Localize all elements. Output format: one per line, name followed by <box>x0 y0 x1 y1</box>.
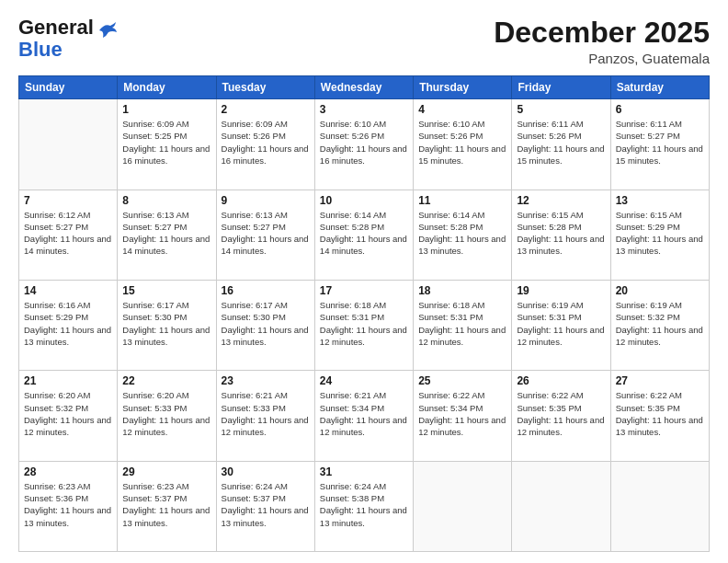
day-number: 6 <box>616 103 704 116</box>
day-info: Sunrise: 6:19 AM Sunset: 5:31 PM Dayligh… <box>517 299 605 348</box>
table-row: 1 Sunrise: 6:09 AM Sunset: 5:25 PM Dayli… <box>118 99 216 190</box>
sunrise-text: Sunrise: 6:10 AM <box>418 119 484 129</box>
day-info: Sunrise: 6:14 AM Sunset: 5:28 PM Dayligh… <box>320 209 408 258</box>
daylight-text: Daylight: 11 hours and 13 minutes. <box>616 234 703 256</box>
logo-general: General <box>18 16 94 39</box>
daylight-text: Daylight: 11 hours and 13 minutes. <box>122 505 210 527</box>
day-number: 1 <box>122 103 210 116</box>
day-info: Sunrise: 6:21 AM Sunset: 5:34 PM Dayligh… <box>320 389 408 438</box>
col-thursday: Thursday <box>414 76 512 99</box>
day-info: Sunrise: 6:15 AM Sunset: 5:29 PM Dayligh… <box>616 209 704 258</box>
daylight-text: Daylight: 11 hours and 13 minutes. <box>320 505 407 527</box>
daylight-text: Daylight: 11 hours and 12 minutes. <box>320 415 407 437</box>
table-row: 25 Sunrise: 6:22 AM Sunset: 5:34 PM Dayl… <box>414 371 512 461</box>
sunset-text: Sunset: 5:26 PM <box>517 131 581 141</box>
sunset-text: Sunset: 5:33 PM <box>222 403 286 413</box>
table-row: 28 Sunrise: 6:23 AM Sunset: 5:36 PM Dayl… <box>19 461 118 551</box>
table-row: 7 Sunrise: 6:12 AM Sunset: 5:27 PM Dayli… <box>19 190 118 280</box>
calendar-week-row: 21 Sunrise: 6:20 AM Sunset: 5:32 PM Dayl… <box>19 371 710 461</box>
day-info: Sunrise: 6:09 AM Sunset: 5:26 PM Dayligh… <box>222 118 310 167</box>
col-wednesday: Wednesday <box>314 76 413 99</box>
sunrise-text: Sunrise: 6:22 AM <box>418 390 484 400</box>
sunrise-text: Sunrise: 6:24 AM <box>320 481 386 491</box>
day-number: 14 <box>24 284 112 297</box>
calendar-week-row: 1 Sunrise: 6:09 AM Sunset: 5:25 PM Dayli… <box>19 99 710 190</box>
table-row: 2 Sunrise: 6:09 AM Sunset: 5:26 PM Dayli… <box>216 99 314 190</box>
table-row: 24 Sunrise: 6:21 AM Sunset: 5:34 PM Dayl… <box>314 371 413 461</box>
day-info: Sunrise: 6:14 AM Sunset: 5:28 PM Dayligh… <box>418 209 506 258</box>
table-row <box>19 99 118 190</box>
day-info: Sunrise: 6:19 AM Sunset: 5:32 PM Dayligh… <box>616 299 704 348</box>
day-number: 21 <box>24 374 112 387</box>
day-info: Sunrise: 6:22 AM Sunset: 5:34 PM Dayligh… <box>418 389 506 438</box>
day-info: Sunrise: 6:22 AM Sunset: 5:35 PM Dayligh… <box>616 389 704 438</box>
day-number: 24 <box>320 374 408 387</box>
daylight-text: Daylight: 11 hours and 15 minutes. <box>616 144 703 166</box>
daylight-text: Daylight: 11 hours and 12 minutes. <box>418 325 506 347</box>
sunset-text: Sunset: 5:27 PM <box>616 131 680 141</box>
day-number: 9 <box>222 194 310 207</box>
sunrise-text: Sunrise: 6:21 AM <box>320 390 386 400</box>
day-info: Sunrise: 6:18 AM Sunset: 5:31 PM Dayligh… <box>320 299 408 348</box>
col-monday: Monday <box>118 76 216 99</box>
daylight-text: Daylight: 11 hours and 14 minutes. <box>122 234 210 256</box>
day-number: 2 <box>222 103 310 116</box>
col-saturday: Saturday <box>610 76 709 99</box>
daylight-text: Daylight: 11 hours and 12 minutes. <box>517 415 604 437</box>
sunrise-text: Sunrise: 6:11 AM <box>517 119 583 129</box>
day-number: 20 <box>616 284 704 297</box>
sunrise-text: Sunrise: 6:18 AM <box>320 300 386 310</box>
calendar-week-row: 7 Sunrise: 6:12 AM Sunset: 5:27 PM Dayli… <box>19 190 710 280</box>
sunset-text: Sunset: 5:27 PM <box>24 222 88 232</box>
logo-bird-icon <box>97 21 118 40</box>
daylight-text: Daylight: 11 hours and 13 minutes. <box>24 505 111 527</box>
sunrise-text: Sunrise: 6:09 AM <box>222 119 288 129</box>
sunrise-text: Sunrise: 6:21 AM <box>222 390 288 400</box>
table-row: 27 Sunrise: 6:22 AM Sunset: 5:35 PM Dayl… <box>610 371 709 461</box>
day-info: Sunrise: 6:20 AM Sunset: 5:32 PM Dayligh… <box>24 389 112 438</box>
logo: General Blue <box>18 17 118 61</box>
table-row: 29 Sunrise: 6:23 AM Sunset: 5:37 PM Dayl… <box>118 461 216 551</box>
day-info: Sunrise: 6:24 AM Sunset: 5:37 PM Dayligh… <box>222 480 310 529</box>
sunset-text: Sunset: 5:27 PM <box>222 222 286 232</box>
day-number: 30 <box>222 465 310 478</box>
daylight-text: Daylight: 11 hours and 12 minutes. <box>616 325 703 347</box>
day-info: Sunrise: 6:23 AM Sunset: 5:36 PM Dayligh… <box>24 480 112 529</box>
table-row: 22 Sunrise: 6:20 AM Sunset: 5:33 PM Dayl… <box>118 371 216 461</box>
table-row <box>414 461 512 551</box>
day-info: Sunrise: 6:10 AM Sunset: 5:26 PM Dayligh… <box>418 118 506 167</box>
sunrise-text: Sunrise: 6:20 AM <box>122 390 188 400</box>
day-number: 18 <box>418 284 506 297</box>
day-info: Sunrise: 6:13 AM Sunset: 5:27 PM Dayligh… <box>222 209 310 258</box>
col-friday: Friday <box>512 76 610 99</box>
day-number: 4 <box>418 103 506 116</box>
day-info: Sunrise: 6:22 AM Sunset: 5:35 PM Dayligh… <box>517 389 605 438</box>
table-row: 8 Sunrise: 6:13 AM Sunset: 5:27 PM Dayli… <box>118 190 216 280</box>
daylight-text: Daylight: 11 hours and 12 minutes. <box>222 415 309 437</box>
sunrise-text: Sunrise: 6:18 AM <box>418 300 484 310</box>
day-number: 10 <box>320 194 408 207</box>
daylight-text: Daylight: 11 hours and 13 minutes. <box>616 415 703 437</box>
sunrise-text: Sunrise: 6:14 AM <box>418 210 484 220</box>
day-info: Sunrise: 6:15 AM Sunset: 5:28 PM Dayligh… <box>517 209 605 258</box>
day-info: Sunrise: 6:10 AM Sunset: 5:26 PM Dayligh… <box>320 118 408 167</box>
day-number: 19 <box>517 284 605 297</box>
day-number: 22 <box>122 374 210 387</box>
col-tuesday: Tuesday <box>216 76 314 99</box>
sunrise-text: Sunrise: 6:17 AM <box>122 300 188 310</box>
sunset-text: Sunset: 5:28 PM <box>418 222 483 232</box>
daylight-text: Daylight: 11 hours and 16 minutes. <box>222 144 309 166</box>
sunrise-text: Sunrise: 6:16 AM <box>24 300 90 310</box>
table-row: 26 Sunrise: 6:22 AM Sunset: 5:35 PM Dayl… <box>512 371 610 461</box>
sunset-text: Sunset: 5:32 PM <box>24 403 88 413</box>
day-info: Sunrise: 6:24 AM Sunset: 5:38 PM Dayligh… <box>320 480 408 529</box>
table-row: 17 Sunrise: 6:18 AM Sunset: 5:31 PM Dayl… <box>314 280 413 370</box>
day-number: 16 <box>222 284 310 297</box>
table-row: 5 Sunrise: 6:11 AM Sunset: 5:26 PM Dayli… <box>512 99 610 190</box>
table-row <box>610 461 709 551</box>
calendar-header-row: Sunday Monday Tuesday Wednesday Thursday… <box>19 76 710 99</box>
day-info: Sunrise: 6:12 AM Sunset: 5:27 PM Dayligh… <box>24 209 112 258</box>
daylight-text: Daylight: 11 hours and 12 minutes. <box>24 415 111 437</box>
sunset-text: Sunset: 5:31 PM <box>418 312 483 322</box>
header: General Blue December 2025 Panzos, Guate… <box>18 17 710 66</box>
